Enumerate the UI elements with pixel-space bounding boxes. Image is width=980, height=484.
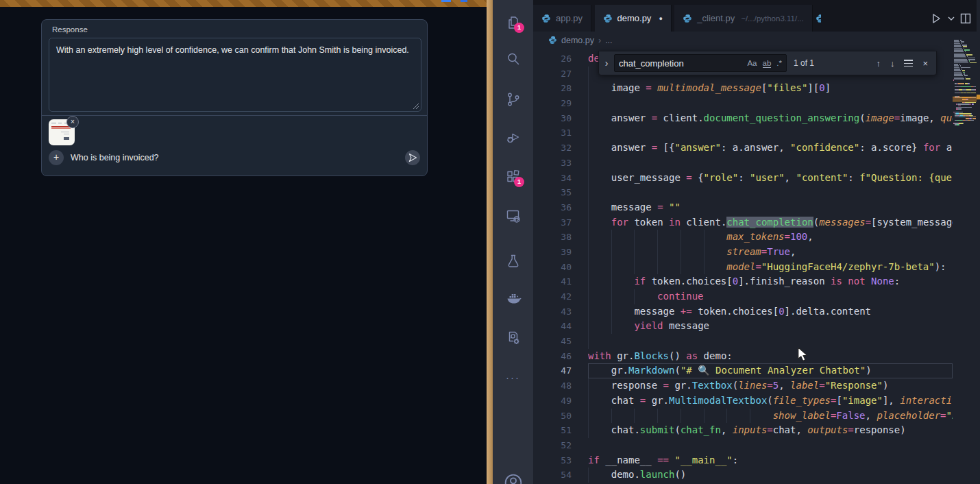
sidebar-item-remote-explorer[interactable] <box>493 208 533 224</box>
find-input[interactable]: chat_completion Aa ab .* <box>614 54 787 72</box>
split-editor-button[interactable] <box>959 12 972 25</box>
code-line[interactable]: 45 <box>533 334 953 349</box>
code-line[interactable]: 53if __name__ == "__main__": <box>533 453 953 468</box>
sidebar-item-source-control[interactable] <box>493 91 533 108</box>
toggle-replace-chevron[interactable]: › <box>599 58 614 69</box>
activity-more-button[interactable]: ··· <box>493 371 533 387</box>
code-line[interactable]: 32 answer = [{"answer": a.answer, "confi… <box>533 141 953 156</box>
tab-demo-py[interactable]: demo.py ● <box>595 5 672 32</box>
modified-dot-icon[interactable]: ● <box>659 15 662 22</box>
line-number: 52 <box>533 438 588 453</box>
attachment-thumbnail[interactable]: × <box>49 119 75 145</box>
code-line[interactable]: 40 model="HuggingFaceH4/zephyr-7b-beta")… <box>533 260 953 275</box>
sidebar-item-docker[interactable] <box>493 290 533 306</box>
remove-attachment-button[interactable]: × <box>66 116 79 128</box>
whole-word-toggle[interactable]: ab <box>763 59 772 68</box>
code-text <box>588 125 953 141</box>
tab-client-py[interactable]: _client.py ~/.../python3.11/... <box>674 5 812 32</box>
code-line[interactable]: 48 response = gr.Textbox(lines=5, label=… <box>533 378 953 394</box>
minimap[interactable] <box>953 32 977 484</box>
regex-toggle[interactable]: .* <box>776 59 782 67</box>
find-close-button[interactable]: × <box>922 58 928 69</box>
chat-input[interactable]: Who is being invoiced? <box>71 153 159 162</box>
code-line[interactable]: 51 chat.submit(chat_fn, inputs=chat, out… <box>533 423 953 438</box>
breadcrumb-symbol[interactable]: ... <box>605 36 612 45</box>
code-lines: 26de27 28 image = multimodal_message["fi… <box>533 51 953 484</box>
find-in-selection-button[interactable] <box>904 60 913 66</box>
code-line[interactable]: 39 stream=True, <box>533 245 953 260</box>
code-line[interactable]: 33 <box>533 156 953 171</box>
explorer-badge: 1 <box>514 23 524 33</box>
tab-overflow-sliver <box>816 5 821 32</box>
code-line[interactable]: 36 message = "" <box>533 200 953 215</box>
line-number: 27 <box>533 66 588 82</box>
code-text: show_label=False, placeholder="Ask a que… <box>588 409 953 424</box>
upload-button[interactable]: + <box>49 150 64 165</box>
code-line[interactable]: 34 user_message = {"role": "user", "cont… <box>533 171 953 186</box>
line-number: 41 <box>533 274 588 289</box>
code-line[interactable]: 43 message += token.choices[0].delta.con… <box>533 304 953 319</box>
run-python-file-button[interactable] <box>929 12 943 25</box>
code-line[interactable]: 49 chat = gr.MultimodalTextbox(file_type… <box>533 394 953 409</box>
code-line[interactable]: 38 max_tokens=100, <box>533 230 953 245</box>
line-number: 44 <box>533 319 588 334</box>
tab-app-py[interactable]: app.py <box>533 5 591 32</box>
code-text: user_message = {"role": "user", "content… <box>588 171 953 186</box>
line-number: 48 <box>533 378 588 394</box>
line-number: 28 <box>533 81 588 96</box>
sidebar-item-run-debug[interactable] <box>493 129 533 145</box>
sidebar-item-search[interactable] <box>493 51 533 67</box>
sidebar-item-explorer[interactable]: 1 <box>493 14 533 31</box>
python-file-icon <box>548 36 557 45</box>
tab-label: demo.py <box>617 13 652 23</box>
code-line[interactable]: 47 gr.Markdown("# 🔍 Document Analyzer Ch… <box>533 363 953 378</box>
code-text: demo.launch() <box>588 468 953 483</box>
run-dropdown-chevron-icon[interactable] <box>947 14 955 23</box>
sidebar-item-api-tools[interactable] <box>493 330 533 346</box>
code-text: if __name__ == "__main__": <box>588 453 953 468</box>
vscode-window: 1 <box>493 0 980 484</box>
account-button[interactable] <box>493 472 533 484</box>
source-control-icon <box>505 91 522 108</box>
gradio-app-pane: Response With an extremely high level of… <box>0 0 487 484</box>
python-file-icon <box>541 14 551 23</box>
code-line[interactable]: 44 yield message <box>533 319 953 334</box>
sidebar-item-extensions[interactable]: 1 <box>493 169 533 185</box>
code-line[interactable]: 30 answer = client.document_question_ans… <box>533 111 953 126</box>
find-previous-button[interactable]: ↑ <box>876 58 881 69</box>
breadcrumb-separator: › <box>598 36 601 45</box>
code-text: with gr.Blocks() as demo: <box>588 349 953 364</box>
find-next-button[interactable]: ↓ <box>890 58 895 69</box>
chat-input-row: + Who is being invoiced? <box>42 150 427 165</box>
code-text: gr.Markdown("# 🔍 Document Analyzer Chatb… <box>588 363 953 378</box>
code-line[interactable]: 31 <box>533 125 953 141</box>
code-line[interactable]: 28 image = multimodal_message["files"][0… <box>533 81 953 96</box>
breadcrumb[interactable]: demo.py › ... <box>533 32 953 49</box>
code-line[interactable]: 52 <box>533 438 953 453</box>
line-number: 53 <box>533 453 588 468</box>
match-case-toggle[interactable]: Aa <box>747 59 757 67</box>
sidebar-item-testing[interactable] <box>493 253 533 269</box>
breadcrumb-file[interactable]: demo.py <box>561 36 594 45</box>
response-textarea[interactable]: With an extremely high level of confiden… <box>49 38 421 112</box>
code-line[interactable]: 42 continue <box>533 289 953 304</box>
code-line[interactable]: 50 show_label=False, placeholder="Ask a … <box>533 409 953 424</box>
code-editor[interactable]: 26de27 28 image = multimodal_message["fi… <box>533 49 953 484</box>
code-text: continue <box>588 289 953 304</box>
code-line[interactable]: 35 <box>533 185 953 200</box>
pane-divider[interactable] <box>487 0 493 484</box>
extensions-badge: 1 <box>514 177 524 187</box>
resize-handle-icon[interactable] <box>413 103 419 110</box>
tab-path-detail: ~/.../python3.11/... <box>741 14 804 23</box>
file-gear-icon <box>505 330 522 346</box>
code-text: stream=True, <box>588 245 953 260</box>
line-number: 36 <box>533 200 588 215</box>
code-text: if token.choices[0].finish_reason is not… <box>588 274 953 289</box>
code-line[interactable]: 37 for token in client.chat_completion(m… <box>533 215 953 230</box>
submit-button[interactable] <box>405 150 420 165</box>
code-line[interactable]: 41 if token.choices[0].finish_reason is … <box>533 274 953 289</box>
code-text: message = "" <box>588 200 953 215</box>
code-line[interactable]: 46with gr.Blocks() as demo: <box>533 349 953 364</box>
code-line[interactable]: 29 <box>533 96 953 111</box>
code-line[interactable]: 54 demo.launch() <box>533 468 953 483</box>
